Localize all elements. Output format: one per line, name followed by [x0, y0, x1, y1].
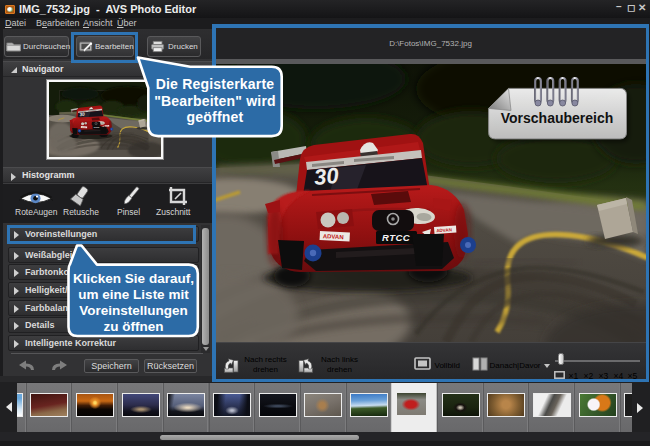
- svg-text:30: 30: [312, 163, 339, 190]
- svg-text:Vorschaubereich: Vorschaubereich: [501, 110, 614, 126]
- svg-text:ADVAN: ADVAN: [322, 233, 343, 240]
- svg-text:RTCC: RTCC: [382, 232, 410, 243]
